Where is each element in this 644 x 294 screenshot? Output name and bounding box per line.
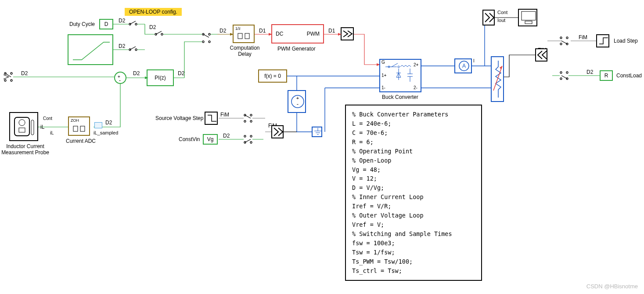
controlled-voltage-source[interactable]: + -	[288, 90, 306, 113]
svg-marker-58	[500, 66, 502, 69]
rate-D2-h: D2	[105, 120, 112, 126]
dc-port-label: DC	[276, 31, 283, 37]
svg-point-42	[566, 78, 568, 80]
svg-rect-60	[525, 21, 532, 24]
svg-point-5	[129, 23, 131, 25]
svg-line-38	[561, 41, 567, 44]
pwm-generator-block[interactable]: DC PWM	[271, 24, 324, 44]
svg-point-37	[566, 43, 568, 45]
svg-point-36	[560, 43, 562, 45]
port-2m: 2-	[414, 85, 417, 90]
svg-point-25	[250, 114, 252, 116]
constvin-label: ConstVin	[179, 136, 200, 142]
svg-rect-0	[238, 33, 242, 39]
svg-point-39	[560, 72, 562, 73]
constload-label: ConstLoad	[616, 73, 642, 79]
rate-FiM-a: FiM	[220, 112, 229, 118]
mux-cont-iout[interactable]	[482, 10, 495, 25]
port-1m: 1-	[381, 85, 385, 90]
mux-vin[interactable]	[271, 125, 284, 138]
svg-line-10	[130, 47, 136, 50]
svg-point-2	[291, 95, 304, 108]
current-sensor-block[interactable]: A	[454, 58, 472, 73]
const-vin-block[interactable]: Vg	[203, 134, 218, 145]
svg-line-45	[392, 63, 398, 67]
svg-point-8	[129, 49, 131, 51]
svg-point-15	[209, 33, 210, 35]
solver-block[interactable]: f(x) = 0	[258, 69, 287, 83]
pi-text: PI(z)	[155, 75, 165, 81]
mux-load[interactable]	[535, 48, 547, 62]
rate-D2-f: D2	[21, 70, 28, 76]
current-adc-block[interactable]: ZOH	[68, 116, 90, 136]
banner-text: OPEN-LOOP config.	[129, 9, 177, 15]
svg-point-29	[244, 135, 246, 137]
svg-point-22	[4, 80, 6, 81]
svg-point-30	[250, 135, 252, 137]
open-loop-banner: OPEN-LOOP config.	[125, 8, 182, 16]
terminator-after-pwm[interactable]	[341, 27, 354, 40]
svg-point-28	[250, 120, 252, 122]
svg-point-27	[244, 120, 246, 122]
port-G: G	[381, 60, 385, 65]
svg-marker-49	[396, 73, 401, 77]
srcvstep-label: Source Voltage Step	[155, 115, 203, 121]
variable-resistor-block[interactable]	[491, 56, 504, 102]
svg-line-16	[203, 34, 209, 37]
pi-controller-block[interactable]: PI(z)	[147, 69, 174, 86]
svg-line-43	[561, 76, 567, 79]
rate-D2-b: D2	[119, 43, 125, 49]
svg-point-34	[560, 37, 562, 39]
svg-rect-68	[31, 120, 34, 135]
iout-label: Iout	[497, 18, 505, 23]
svg-point-24	[244, 114, 246, 116]
svg-line-13	[156, 31, 162, 34]
svg-line-26	[245, 115, 251, 118]
iL-port: iL	[40, 124, 44, 130]
rate-D1-b: D1	[328, 28, 335, 34]
watermark: CSDN @HBisnotme	[586, 283, 638, 290]
ground-block[interactable]	[312, 127, 322, 137]
rate-D2-c: D2	[149, 24, 156, 30]
ramp-source-block[interactable]	[68, 34, 113, 65]
zdelay-text: 1/z	[235, 26, 241, 31]
const-load-block[interactable]: R	[600, 70, 613, 81]
svg-point-9	[135, 49, 137, 51]
code-annotation: % Buck Converter Parameters L = 240e-6; …	[345, 105, 482, 281]
svg-point-66	[19, 120, 25, 126]
signal-spec-icon	[94, 122, 102, 128]
sum-block[interactable]: + -	[114, 72, 126, 84]
R-text: R	[604, 73, 608, 79]
rate-D2-d: D2	[178, 70, 184, 76]
port-1p: 1+	[381, 73, 386, 78]
svg-point-11	[155, 33, 157, 35]
inductor-current-probe-block[interactable]	[9, 112, 38, 141]
svg-line-57	[493, 66, 502, 91]
svg-point-23	[11, 80, 12, 81]
svg-point-46	[388, 66, 390, 68]
svg-text:-: -	[297, 101, 299, 107]
vg-text: Vg	[207, 136, 214, 142]
svg-text:A: A	[462, 63, 466, 69]
svg-line-33	[245, 139, 251, 142]
svg-line-7	[130, 21, 136, 24]
svg-point-12	[161, 33, 163, 35]
scope-block[interactable]	[518, 9, 537, 26]
source-voltage-step-block[interactable]	[205, 112, 218, 125]
cont-port: Cont	[43, 116, 52, 121]
svg-point-19	[4, 73, 6, 74]
computation-delay-block[interactable]: 1/z	[233, 25, 255, 43]
rate-D2-g: D2	[219, 28, 226, 34]
port-2p: 2+	[414, 62, 418, 67]
svg-rect-67	[19, 128, 25, 132]
iL-label: iL	[50, 130, 54, 135]
svg-point-32	[250, 142, 252, 143]
svg-rect-69	[73, 126, 78, 131]
load-step-block[interactable]	[596, 34, 609, 47]
rate-D2-e: D2	[133, 70, 140, 76]
rate-D2-j: D2	[586, 69, 593, 75]
svg-point-17	[202, 41, 204, 43]
svg-point-20	[11, 73, 12, 74]
svg-point-31	[244, 142, 246, 143]
duty-cycle-constant-block[interactable]: D	[99, 19, 113, 29]
